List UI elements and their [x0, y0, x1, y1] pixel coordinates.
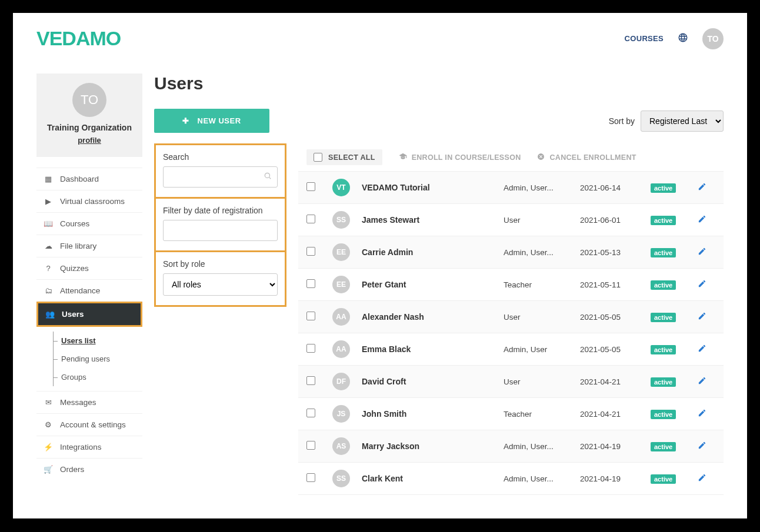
users-icon: 👥: [45, 310, 55, 319]
sidebar-item-label: Account & settings: [60, 420, 126, 429]
user-date: 2021-04-19: [580, 474, 645, 483]
user-row: VTVEDAMO TutorialAdmin, User...2021-06-1…: [298, 172, 724, 204]
user-avatar: VT: [332, 179, 350, 196]
sidebar-item-quizzes[interactable]: ?Quizzes: [36, 257, 142, 279]
row-checkbox[interactable]: [306, 344, 315, 353]
sidebar-subnav: Users listPending usersGroups: [36, 327, 142, 391]
status-badge: active: [651, 410, 676, 419]
sidebar-avatar: TO: [72, 83, 106, 117]
globe-icon[interactable]: [678, 32, 688, 45]
edit-icon[interactable]: [698, 409, 715, 420]
user-name[interactable]: Peter Gtant: [362, 280, 498, 289]
user-role: Admin, User...: [504, 474, 574, 483]
user-date: 2021-05-05: [580, 313, 645, 322]
status-badge: active: [651, 442, 676, 451]
select-all-label[interactable]: SELECT ALL: [328, 153, 375, 162]
sidebar-item-label: Attendance: [60, 286, 100, 295]
file-library-icon: ☁: [44, 242, 53, 250]
user-name[interactable]: Alexander Nash: [362, 312, 498, 322]
brand-logo: VEDAMO: [36, 27, 121, 50]
row-checkbox[interactable]: [306, 182, 315, 191]
select-all-checkbox[interactable]: [314, 153, 322, 162]
new-user-button[interactable]: ✚ NEW USER: [154, 109, 269, 133]
user-date: 2021-05-11: [580, 280, 645, 289]
enroll-label: ENROLL IN COURSE/LESSON: [412, 153, 521, 162]
filters-panel: Search Filter by date of registration: [154, 143, 286, 307]
edit-icon[interactable]: [698, 473, 715, 484]
row-checkbox[interactable]: [306, 215, 315, 223]
edit-icon[interactable]: [698, 279, 715, 290]
date-filter-input[interactable]: [163, 220, 278, 241]
header-avatar[interactable]: TO: [702, 28, 724, 49]
edit-icon[interactable]: [698, 312, 715, 323]
user-date: 2021-05-05: [580, 345, 645, 354]
sidebar-subitem-groups[interactable]: Groups: [53, 368, 142, 386]
sidebar-item-messages[interactable]: ✉Messages: [36, 391, 142, 413]
search-input[interactable]: [163, 166, 278, 188]
nav-courses-link[interactable]: COURSES: [625, 34, 664, 43]
user-date: 2021-04-21: [580, 410, 645, 419]
sort-area: Sort by Registered Last: [609, 111, 724, 132]
new-user-label: NEW USER: [198, 116, 241, 125]
sidebar-item-label: Dashboard: [60, 175, 99, 183]
bulk-actions-bar: SELECT ALL ENROLL IN COURSE/LESSON: [298, 143, 724, 172]
user-row: AAEmma BlackAdmin, User2021-05-05active: [298, 333, 724, 366]
top-header: VEDAMO COURSES TO: [36, 27, 724, 50]
sidebar-item-attendance[interactable]: 🗂Attendance: [36, 279, 142, 302]
sidebar-item-dashboard[interactable]: ▦Dashboard: [36, 168, 142, 190]
sort-select[interactable]: Registered Last: [641, 111, 724, 132]
edit-icon[interactable]: [698, 441, 715, 452]
user-name[interactable]: Marry Jackson: [362, 441, 498, 451]
sidebar-item-courses[interactable]: 📖Courses: [36, 212, 142, 235]
sidebar-item-account-settings[interactable]: ⚙Account & settings: [36, 413, 142, 436]
main-content: Users ✚ NEW USER Sort by Registered Last: [154, 73, 724, 495]
row-checkbox[interactable]: [306, 441, 315, 450]
user-name[interactable]: Carrie Admin: [362, 247, 498, 257]
sidebar-item-virtual-classrooms[interactable]: ▶Virtual classrooms: [36, 190, 142, 212]
sidebar-item-file-library[interactable]: ☁File library: [36, 235, 142, 257]
attendance-icon: 🗂: [44, 286, 53, 295]
user-name[interactable]: James Stewart: [362, 215, 498, 225]
sidebar-item-orders[interactable]: 🛒Orders: [36, 458, 142, 480]
row-checkbox[interactable]: [306, 279, 315, 288]
sidebar-nav: ▦Dashboard▶Virtual classrooms📖Courses☁Fi…: [36, 168, 142, 480]
sidebar-subitem-pending-users[interactable]: Pending users: [53, 350, 142, 368]
dashboard-icon: ▦: [44, 175, 53, 183]
edit-icon[interactable]: [698, 247, 715, 258]
user-name[interactable]: VEDAMO Tutorial: [362, 183, 498, 192]
user-date: 2021-05-13: [580, 248, 645, 257]
org-name: Training Organization: [42, 123, 136, 132]
edit-icon[interactable]: [698, 344, 715, 355]
row-checkbox[interactable]: [306, 376, 315, 385]
sidebar-subitem-users-list[interactable]: Users list: [53, 332, 142, 350]
status-badge: active: [651, 474, 676, 484]
row-checkbox[interactable]: [306, 473, 315, 482]
enroll-action[interactable]: ENROLL IN COURSE/LESSON: [399, 152, 521, 162]
row-checkbox[interactable]: [306, 409, 315, 417]
user-name[interactable]: David Croft: [362, 377, 498, 386]
virtual-classrooms-icon: ▶: [44, 197, 53, 206]
graduation-cap-icon: [399, 152, 407, 162]
user-row: SSClark KentAdmin, User...2021-04-19acti…: [298, 463, 724, 495]
row-checkbox[interactable]: [306, 247, 315, 256]
profile-link[interactable]: profile: [78, 136, 101, 145]
role-filter-select[interactable]: All roles: [163, 273, 278, 296]
edit-icon[interactable]: [698, 182, 715, 193]
user-row: EEPeter GtantTeacher2021-05-11active: [298, 269, 724, 301]
date-filter-label: Filter by date of registration: [163, 206, 278, 215]
user-name[interactable]: John Smith: [362, 409, 498, 419]
user-name[interactable]: Clark Kent: [362, 474, 498, 483]
sidebar-item-users[interactable]: 👥Users: [36, 302, 142, 327]
plus-icon: ✚: [182, 116, 189, 125]
user-name[interactable]: Emma Black: [362, 344, 498, 354]
sidebar-profile-card: TO Training Organization profile: [36, 73, 142, 157]
sidebar-item-integrations[interactable]: ⚡Integrations: [36, 436, 142, 458]
edit-icon[interactable]: [698, 215, 715, 226]
sidebar-item-label: Messages: [60, 398, 96, 407]
status-badge: active: [651, 183, 676, 193]
cancel-enrollment-action[interactable]: CANCEL ENROLLMENT: [537, 153, 636, 162]
sidebar-item-label: Integrations: [60, 443, 102, 451]
filter-date-box: Filter by date of registration: [154, 199, 286, 252]
edit-icon[interactable]: [698, 376, 715, 387]
row-checkbox[interactable]: [306, 312, 315, 320]
